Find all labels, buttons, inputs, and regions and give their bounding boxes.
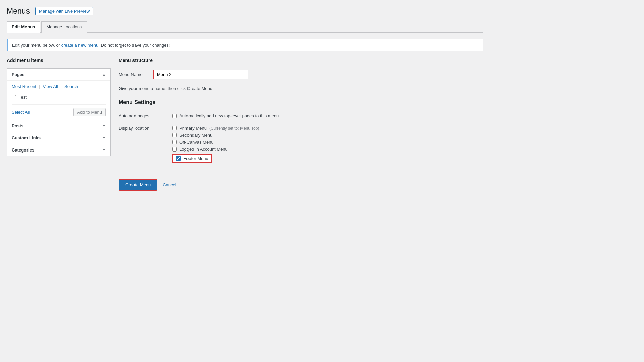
settings-table: Auto add pages Automatically add new top… — [119, 111, 483, 166]
primary-menu-note: (Currently set to: Menu Top) — [209, 126, 259, 131]
menu-structure-title: Menu structure — [119, 58, 483, 63]
secondary-menu-label: Secondary Menu — [179, 133, 212, 138]
tab-manage-locations[interactable]: Manage Locations — [41, 21, 87, 33]
tab-search[interactable]: Search — [64, 84, 78, 89]
accordion-header-posts[interactable]: Posts ▼ — [7, 120, 110, 132]
accordion-item-pages: Pages ▲ Most Recent | View All | Search — [7, 69, 110, 120]
tab-view-all[interactable]: View All — [43, 84, 58, 89]
pages-subtabs: Most Recent | View All | Search — [12, 84, 106, 89]
secondary-menu-row: Secondary Menu — [172, 133, 483, 138]
accordion-item-posts: Posts ▼ — [7, 120, 110, 132]
off-canvas-menu-row: Off-Canvas Menu — [172, 140, 483, 145]
accordion-arrow-custom-links: ▼ — [102, 136, 106, 140]
primary-menu-checkbox[interactable] — [172, 126, 177, 130]
auto-add-pages-label: Auto add pages — [119, 111, 172, 123]
secondary-menu-checkbox[interactable] — [172, 133, 177, 137]
menu-structure-panel: Menu structure Menu Name Give your menu … — [119, 58, 483, 191]
notice-text-before: Edit your menu below, or — [12, 43, 61, 48]
accordion-label-custom-links: Custom Links — [12, 135, 41, 140]
auto-add-pages-options: Automatically add new top-level pages to… — [172, 111, 483, 123]
menu-name-row: Menu Name — [119, 70, 483, 79]
accordion-arrow-posts: ▼ — [102, 124, 106, 128]
menu-name-label: Menu Name — [119, 72, 149, 77]
accordion-label-categories: Categories — [12, 147, 34, 153]
off-canvas-menu-checkbox[interactable] — [172, 140, 177, 144]
menu-tabs: Edit Menus Manage Locations — [7, 21, 483, 33]
logged-in-account-menu-checkbox[interactable] — [172, 147, 177, 152]
accordion-label-posts: Posts — [12, 123, 23, 128]
pages-label-test: Test — [19, 95, 27, 100]
accordion-label-pages: Pages — [12, 72, 24, 77]
pages-footer: Select All Add to Menu — [12, 104, 106, 116]
accordion-item-custom-links: Custom Links ▼ — [7, 132, 110, 144]
live-preview-button[interactable]: Manage with Live Preview — [35, 7, 93, 15]
tab-most-recent[interactable]: Most Recent — [12, 84, 36, 89]
footer-menu-highlighted-row: Footer Menu — [172, 154, 212, 163]
pages-checkbox-test[interactable] — [12, 95, 16, 99]
primary-menu-row: Primary Menu (Currently set to: Menu Top… — [172, 126, 483, 131]
actions-row: Create Menu Cancel — [119, 174, 483, 191]
menu-name-input[interactable] — [154, 70, 248, 79]
auto-add-pages-checkbox[interactable] — [172, 114, 177, 118]
footer-menu-label: Footer Menu — [183, 156, 208, 161]
cancel-link[interactable]: Cancel — [163, 182, 176, 187]
menu-settings-title: Menu Settings — [119, 99, 483, 105]
display-location-options: Primary Menu (Currently set to: Menu Top… — [172, 123, 483, 166]
logged-in-account-menu-row: Logged In Account Menu — [172, 147, 483, 152]
footer-menu-checkbox[interactable] — [176, 156, 181, 161]
display-location-row: Display location Primary Menu (Currently… — [119, 123, 483, 166]
pages-item-test: Test — [12, 93, 106, 101]
select-all-link[interactable]: Select All — [12, 110, 30, 115]
add-menu-items-title: Add menu items — [7, 58, 111, 63]
display-location-label: Display location — [119, 123, 172, 166]
accordion-body-pages: Most Recent | View All | Search Test Sel… — [7, 80, 110, 120]
auto-add-pages-option-label: Automatically add new top-level pages to… — [179, 113, 279, 118]
primary-menu-label: Primary Menu — [179, 126, 207, 131]
accordion-arrow-categories: ▼ — [102, 148, 106, 152]
create-new-menu-link[interactable]: create a new menu — [61, 43, 99, 48]
auto-add-pages-row: Auto add pages Automatically add new top… — [119, 111, 483, 123]
auto-add-pages-checkbox-row: Automatically add new top-level pages to… — [172, 113, 483, 118]
notice-text-after: . Do not forget to save your changes! — [98, 43, 170, 48]
tab-edit-menus[interactable]: Edit Menus — [7, 21, 40, 33]
accordion-header-custom-links[interactable]: Custom Links ▼ — [7, 132, 110, 144]
accordion-arrow-pages: ▲ — [102, 73, 106, 76]
add-menu-items-panel: Add menu items Pages ▲ Most Recent | Vie… — [7, 58, 111, 191]
page-title: Menus — [7, 7, 30, 16]
accordion-item-categories: Categories ▼ — [7, 144, 110, 156]
add-to-menu-button[interactable]: Add to Menu — [73, 108, 106, 116]
notice-bar: Edit your menu below, or create a new me… — [7, 39, 483, 51]
accordion-header-pages[interactable]: Pages ▲ — [7, 69, 110, 80]
accordion: Pages ▲ Most Recent | View All | Search — [7, 68, 111, 156]
logged-in-account-menu-label: Logged In Account Menu — [179, 147, 228, 152]
menu-name-wrapper — [153, 70, 248, 79]
create-menu-button[interactable]: Create Menu — [119, 179, 157, 191]
accordion-header-categories[interactable]: Categories ▼ — [7, 144, 110, 156]
off-canvas-menu-label: Off-Canvas Menu — [179, 140, 214, 145]
hint-text: Give your menu a name, then click Create… — [119, 86, 483, 91]
